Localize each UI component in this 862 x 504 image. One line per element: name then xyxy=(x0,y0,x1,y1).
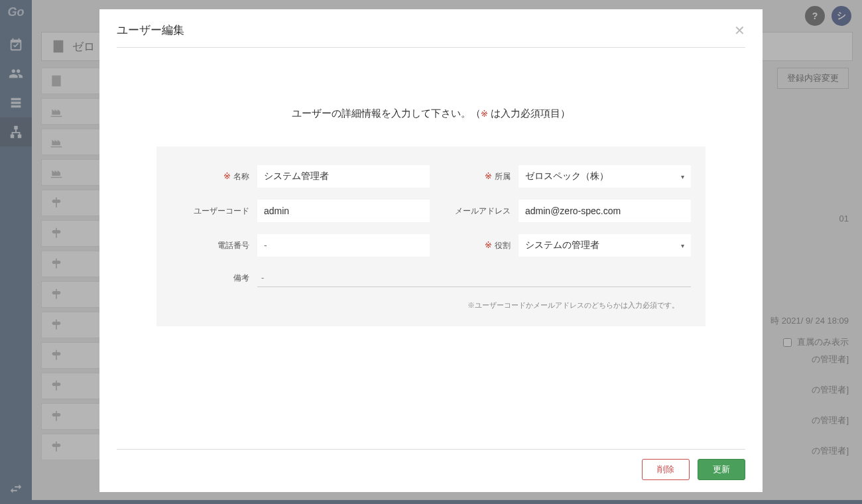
role-select[interactable]: システムの管理者 xyxy=(519,234,691,257)
label-email: メールアドレス xyxy=(438,206,511,217)
label-role: ※ 役割 xyxy=(438,240,511,251)
form-container: ※ 名称 ※ 所属 ゼロスペック（株） ユーザーコード メールアドレス 電話番号… xyxy=(156,147,706,326)
remark-input[interactable] xyxy=(257,269,691,287)
modal-close-button[interactable]: ✕ xyxy=(734,24,745,37)
form-note: ※ユーザーコードかメールアドレスのどちらかは入力必須です。 xyxy=(183,300,679,310)
user-edit-modal: ユーザー編集 ✕ ユーザーの詳細情報を入力して下さい。（※ は入力必須項目） ※… xyxy=(99,9,763,492)
label-name: ※ 名称 xyxy=(183,171,249,182)
update-button[interactable]: 更新 xyxy=(698,459,745,480)
label-remark: 備考 xyxy=(183,273,249,284)
phone-input[interactable] xyxy=(257,234,430,257)
modal-title: ユーザー編集 xyxy=(117,23,184,38)
modal-instruction: ユーザーの詳細情報を入力して下さい。（※ は入力必須項目） xyxy=(117,107,745,120)
label-phone: 電話番号 xyxy=(183,240,249,251)
modal-overlay: ユーザー編集 ✕ ユーザーの詳細情報を入力して下さい。（※ は入力必須項目） ※… xyxy=(0,0,862,504)
email-input[interactable] xyxy=(519,200,691,222)
label-user-code: ユーザーコード xyxy=(183,206,249,217)
delete-button[interactable]: 削除 xyxy=(642,459,690,480)
name-input[interactable] xyxy=(257,165,430,188)
user-code-input[interactable] xyxy=(257,200,430,222)
affiliation-select[interactable]: ゼロスペック（株） xyxy=(519,165,691,188)
label-affiliation: ※ 所属 xyxy=(438,171,511,182)
